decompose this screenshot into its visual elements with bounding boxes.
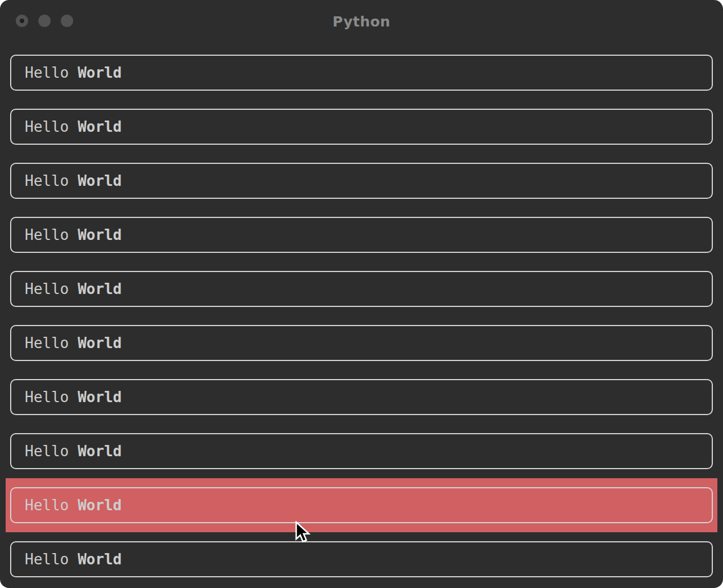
python-window: Python Hello WorldHello WorldHello World… [0,0,723,588]
hello-world-box[interactable]: Hello World [10,109,713,145]
list-row-highlighted[interactable]: Hello World [6,478,717,532]
hello-world-box[interactable]: Hello World [10,163,713,199]
hello-world-box[interactable]: Hello World [10,217,713,253]
world-label: World [78,443,122,460]
hello-label: Hello [25,335,69,351]
label-space [69,118,78,135]
world-label: World [78,497,122,514]
label-space [69,64,78,81]
world-label: World [78,280,122,297]
hello-world-box[interactable]: Hello World [10,325,713,361]
hello-world-box[interactable]: Hello World [10,55,713,91]
label-space [69,226,78,243]
label-space [69,172,78,189]
list-row[interactable]: Hello World [6,100,717,154]
world-label: World [78,172,122,189]
hello-world-box[interactable]: Hello World [10,487,713,523]
hello-label: Hello [25,551,69,568]
list-row[interactable]: Hello World [6,262,717,316]
hello-label: Hello [25,64,69,81]
label-space [69,443,78,460]
list-row[interactable]: Hello World [6,316,717,370]
hello-label: Hello [25,389,69,406]
list-row[interactable]: Hello World [6,154,717,208]
hello-label: Hello [25,280,69,297]
list-row[interactable]: Hello World [6,46,717,100]
list-row[interactable]: Hello World [6,532,717,586]
world-label: World [78,118,122,135]
hello-label: Hello [25,226,69,243]
title-bar: Python [0,0,723,46]
label-space [69,497,78,514]
list-row[interactable]: Hello World [6,208,717,262]
list-row[interactable]: Hello World [6,370,717,424]
world-label: World [78,551,122,568]
hello-world-box[interactable]: Hello World [10,271,713,307]
hello-world-box[interactable]: Hello World [10,379,713,415]
world-label: World [78,226,122,243]
hello-list: Hello WorldHello WorldHello WorldHello W… [0,46,723,586]
label-space [69,551,78,568]
world-label: World [78,64,122,81]
label-space [69,335,78,351]
world-label: World [78,335,122,351]
world-label: World [78,389,122,406]
hello-label: Hello [25,497,69,514]
window-title: Python [0,14,723,30]
label-space [69,389,78,406]
list-row[interactable]: Hello World [6,424,717,478]
hello-world-box[interactable]: Hello World [10,433,713,469]
hello-label: Hello [25,172,69,189]
hello-world-box[interactable]: Hello World [10,541,713,577]
label-space [69,280,78,297]
hello-label: Hello [25,443,69,460]
hello-label: Hello [25,118,69,135]
